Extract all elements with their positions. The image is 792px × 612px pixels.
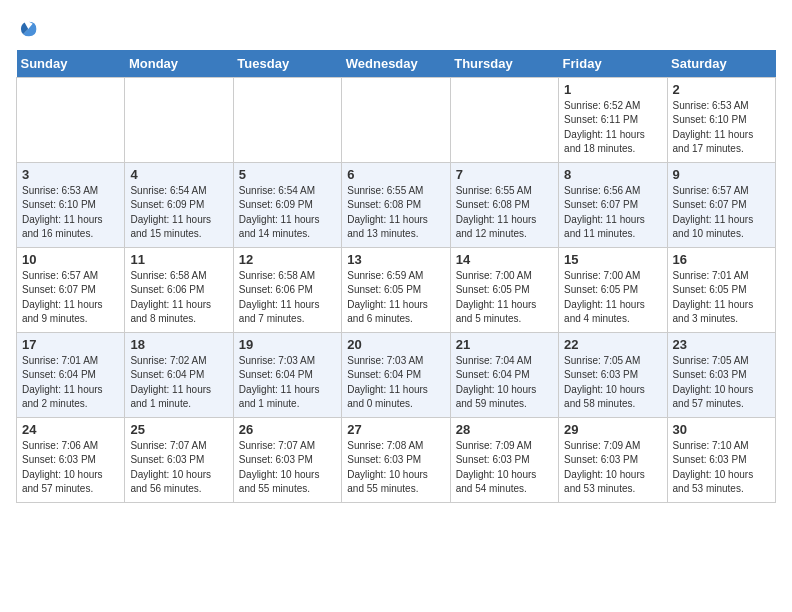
- day-info: Sunrise: 6:58 AM Sunset: 6:06 PM Dayligh…: [130, 269, 227, 327]
- calendar-cell: 24Sunrise: 7:06 AM Sunset: 6:03 PM Dayli…: [17, 417, 125, 502]
- day-number: 15: [564, 252, 661, 267]
- day-info: Sunrise: 6:53 AM Sunset: 6:10 PM Dayligh…: [673, 99, 770, 157]
- calendar-cell: 28Sunrise: 7:09 AM Sunset: 6:03 PM Dayli…: [450, 417, 558, 502]
- page-header: [16, 16, 776, 40]
- day-number: 30: [673, 422, 770, 437]
- calendar-cell: 12Sunrise: 6:58 AM Sunset: 6:06 PM Dayli…: [233, 247, 341, 332]
- day-info: Sunrise: 7:03 AM Sunset: 6:04 PM Dayligh…: [347, 354, 444, 412]
- calendar-cell: 2Sunrise: 6:53 AM Sunset: 6:10 PM Daylig…: [667, 77, 775, 162]
- week-row-4: 17Sunrise: 7:01 AM Sunset: 6:04 PM Dayli…: [17, 332, 776, 417]
- day-number: 21: [456, 337, 553, 352]
- day-info: Sunrise: 6:55 AM Sunset: 6:08 PM Dayligh…: [456, 184, 553, 242]
- day-number: 29: [564, 422, 661, 437]
- day-number: 13: [347, 252, 444, 267]
- day-number: 17: [22, 337, 119, 352]
- day-number: 12: [239, 252, 336, 267]
- day-info: Sunrise: 7:03 AM Sunset: 6:04 PM Dayligh…: [239, 354, 336, 412]
- day-info: Sunrise: 7:00 AM Sunset: 6:05 PM Dayligh…: [564, 269, 661, 327]
- day-info: Sunrise: 6:55 AM Sunset: 6:08 PM Dayligh…: [347, 184, 444, 242]
- day-number: 10: [22, 252, 119, 267]
- day-info: Sunrise: 7:00 AM Sunset: 6:05 PM Dayligh…: [456, 269, 553, 327]
- calendar-cell: 25Sunrise: 7:07 AM Sunset: 6:03 PM Dayli…: [125, 417, 233, 502]
- calendar-cell: 14Sunrise: 7:00 AM Sunset: 6:05 PM Dayli…: [450, 247, 558, 332]
- day-number: 16: [673, 252, 770, 267]
- day-info: Sunrise: 6:56 AM Sunset: 6:07 PM Dayligh…: [564, 184, 661, 242]
- week-row-5: 24Sunrise: 7:06 AM Sunset: 6:03 PM Dayli…: [17, 417, 776, 502]
- calendar-cell: 18Sunrise: 7:02 AM Sunset: 6:04 PM Dayli…: [125, 332, 233, 417]
- calendar-cell: 11Sunrise: 6:58 AM Sunset: 6:06 PM Dayli…: [125, 247, 233, 332]
- calendar-cell: 3Sunrise: 6:53 AM Sunset: 6:10 PM Daylig…: [17, 162, 125, 247]
- day-number: 4: [130, 167, 227, 182]
- day-number: 5: [239, 167, 336, 182]
- calendar-cell: 19Sunrise: 7:03 AM Sunset: 6:04 PM Dayli…: [233, 332, 341, 417]
- calendar-cell: 8Sunrise: 6:56 AM Sunset: 6:07 PM Daylig…: [559, 162, 667, 247]
- day-header-saturday: Saturday: [667, 50, 775, 78]
- day-number: 2: [673, 82, 770, 97]
- week-row-3: 10Sunrise: 6:57 AM Sunset: 6:07 PM Dayli…: [17, 247, 776, 332]
- calendar-cell: 7Sunrise: 6:55 AM Sunset: 6:08 PM Daylig…: [450, 162, 558, 247]
- day-number: 3: [22, 167, 119, 182]
- calendar-cell: 20Sunrise: 7:03 AM Sunset: 6:04 PM Dayli…: [342, 332, 450, 417]
- week-row-2: 3Sunrise: 6:53 AM Sunset: 6:10 PM Daylig…: [17, 162, 776, 247]
- calendar-cell: [125, 77, 233, 162]
- day-info: Sunrise: 7:09 AM Sunset: 6:03 PM Dayligh…: [564, 439, 661, 497]
- day-number: 9: [673, 167, 770, 182]
- day-info: Sunrise: 7:01 AM Sunset: 6:05 PM Dayligh…: [673, 269, 770, 327]
- day-info: Sunrise: 7:01 AM Sunset: 6:04 PM Dayligh…: [22, 354, 119, 412]
- calendar-cell: 9Sunrise: 6:57 AM Sunset: 6:07 PM Daylig…: [667, 162, 775, 247]
- calendar-cell: 21Sunrise: 7:04 AM Sunset: 6:04 PM Dayli…: [450, 332, 558, 417]
- day-info: Sunrise: 7:07 AM Sunset: 6:03 PM Dayligh…: [239, 439, 336, 497]
- day-number: 1: [564, 82, 661, 97]
- day-info: Sunrise: 7:05 AM Sunset: 6:03 PM Dayligh…: [564, 354, 661, 412]
- calendar-cell: 23Sunrise: 7:05 AM Sunset: 6:03 PM Dayli…: [667, 332, 775, 417]
- day-info: Sunrise: 6:54 AM Sunset: 6:09 PM Dayligh…: [130, 184, 227, 242]
- calendar-cell: 22Sunrise: 7:05 AM Sunset: 6:03 PM Dayli…: [559, 332, 667, 417]
- calendar-cell: 27Sunrise: 7:08 AM Sunset: 6:03 PM Dayli…: [342, 417, 450, 502]
- day-info: Sunrise: 7:07 AM Sunset: 6:03 PM Dayligh…: [130, 439, 227, 497]
- calendar-cell: 29Sunrise: 7:09 AM Sunset: 6:03 PM Dayli…: [559, 417, 667, 502]
- day-info: Sunrise: 7:06 AM Sunset: 6:03 PM Dayligh…: [22, 439, 119, 497]
- calendar-cell: 15Sunrise: 7:00 AM Sunset: 6:05 PM Dayli…: [559, 247, 667, 332]
- calendar-cell: 13Sunrise: 6:59 AM Sunset: 6:05 PM Dayli…: [342, 247, 450, 332]
- day-number: 22: [564, 337, 661, 352]
- day-info: Sunrise: 6:59 AM Sunset: 6:05 PM Dayligh…: [347, 269, 444, 327]
- day-number: 11: [130, 252, 227, 267]
- calendar-cell: [342, 77, 450, 162]
- calendar-cell: 17Sunrise: 7:01 AM Sunset: 6:04 PM Dayli…: [17, 332, 125, 417]
- calendar-cell: [233, 77, 341, 162]
- day-info: Sunrise: 6:52 AM Sunset: 6:11 PM Dayligh…: [564, 99, 661, 157]
- calendar-cell: 1Sunrise: 6:52 AM Sunset: 6:11 PM Daylig…: [559, 77, 667, 162]
- day-number: 14: [456, 252, 553, 267]
- day-header-tuesday: Tuesday: [233, 50, 341, 78]
- day-info: Sunrise: 6:58 AM Sunset: 6:06 PM Dayligh…: [239, 269, 336, 327]
- calendar-table: SundayMondayTuesdayWednesdayThursdayFrid…: [16, 50, 776, 503]
- week-row-1: 1Sunrise: 6:52 AM Sunset: 6:11 PM Daylig…: [17, 77, 776, 162]
- day-info: Sunrise: 7:08 AM Sunset: 6:03 PM Dayligh…: [347, 439, 444, 497]
- day-number: 7: [456, 167, 553, 182]
- calendar-cell: 6Sunrise: 6:55 AM Sunset: 6:08 PM Daylig…: [342, 162, 450, 247]
- day-number: 18: [130, 337, 227, 352]
- calendar-cell: [17, 77, 125, 162]
- calendar-cell: 16Sunrise: 7:01 AM Sunset: 6:05 PM Dayli…: [667, 247, 775, 332]
- day-info: Sunrise: 7:04 AM Sunset: 6:04 PM Dayligh…: [456, 354, 553, 412]
- day-number: 26: [239, 422, 336, 437]
- day-info: Sunrise: 7:02 AM Sunset: 6:04 PM Dayligh…: [130, 354, 227, 412]
- day-info: Sunrise: 7:05 AM Sunset: 6:03 PM Dayligh…: [673, 354, 770, 412]
- day-number: 20: [347, 337, 444, 352]
- calendar-cell: 5Sunrise: 6:54 AM Sunset: 6:09 PM Daylig…: [233, 162, 341, 247]
- day-header-sunday: Sunday: [17, 50, 125, 78]
- day-info: Sunrise: 6:57 AM Sunset: 6:07 PM Dayligh…: [22, 269, 119, 327]
- day-number: 19: [239, 337, 336, 352]
- day-number: 8: [564, 167, 661, 182]
- calendar-cell: 4Sunrise: 6:54 AM Sunset: 6:09 PM Daylig…: [125, 162, 233, 247]
- day-info: Sunrise: 6:57 AM Sunset: 6:07 PM Dayligh…: [673, 184, 770, 242]
- day-number: 27: [347, 422, 444, 437]
- day-info: Sunrise: 6:54 AM Sunset: 6:09 PM Dayligh…: [239, 184, 336, 242]
- day-header-wednesday: Wednesday: [342, 50, 450, 78]
- day-number: 28: [456, 422, 553, 437]
- day-number: 6: [347, 167, 444, 182]
- day-header-friday: Friday: [559, 50, 667, 78]
- day-info: Sunrise: 7:09 AM Sunset: 6:03 PM Dayligh…: [456, 439, 553, 497]
- calendar-cell: [450, 77, 558, 162]
- logo: [16, 16, 42, 40]
